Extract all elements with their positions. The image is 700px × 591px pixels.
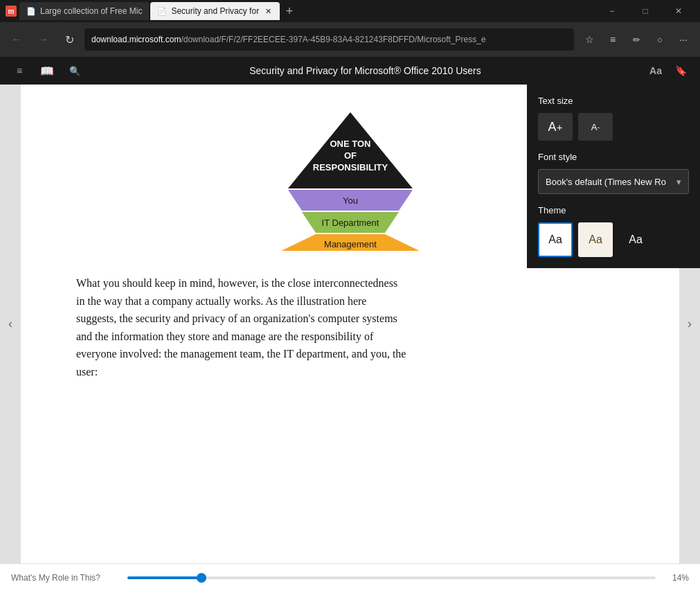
new-tab-button[interactable]: + — [281, 3, 298, 19]
reader-right-controls: Aa 🔖 — [645, 60, 692, 82]
minimize-button[interactable]: − — [596, 0, 628, 22]
bookmark-button[interactable]: 🔖 — [670, 60, 692, 82]
progress-bar[interactable] — [127, 576, 656, 579]
progress-fill — [127, 576, 201, 579]
page-body-text: What you should keep in mind, however, i… — [76, 274, 409, 381]
address-input[interactable]: download.microsoft.com/download/F/F/2/FF… — [84, 28, 574, 51]
favorites-button[interactable]: ☆ — [578, 28, 600, 51]
more-button[interactable]: ··· — [672, 28, 694, 51]
reader-toolbar: ≡ 📖 🔍 Security and Privacy for Microsoft… — [0, 57, 700, 85]
theme-dark-button[interactable]: Aa — [618, 222, 653, 257]
notes-button[interactable]: ✏ — [625, 28, 647, 51]
theme-light-button[interactable]: Aa — [538, 222, 573, 257]
font-style-title: Font style — [538, 152, 689, 162]
svg-text:You: You — [343, 195, 358, 206]
menu-button[interactable]: ≡ — [8, 60, 30, 82]
tab-2-close[interactable]: ✕ — [263, 6, 273, 16]
tab-2[interactable]: 📄 Security and Privacy for ✕ — [150, 2, 280, 20]
prev-page-button[interactable]: ‹ — [0, 85, 21, 563]
theme-title: Theme — [538, 205, 689, 215]
progress-thumb[interactable] — [197, 573, 206, 583]
refresh-button[interactable]: ↻ — [58, 28, 80, 51]
maximize-button[interactable]: □ — [629, 0, 661, 22]
main-area: ‹ ONE TON OF RESPONSIBILITY You IT Depar… — [0, 85, 700, 563]
profile-button[interactable]: ○ — [649, 28, 671, 51]
search-button[interactable]: 🔍 — [64, 60, 86, 82]
theme-buttons: Aa Aa Aa — [538, 222, 689, 257]
address-bar: ← → ↻ download.microsoft.com/download/F/… — [0, 22, 700, 57]
tab-2-label: Security and Privacy for — [171, 6, 259, 16]
back-button[interactable]: ← — [6, 28, 28, 51]
text-size-button[interactable]: Aa — [645, 60, 667, 82]
svg-text:ONE TON: ONE TON — [330, 139, 370, 149]
close-button[interactable]: ✕ — [663, 0, 694, 22]
book-view-button[interactable]: 📖 — [36, 60, 58, 82]
bottom-bar: What's My Role in This? 14% — [0, 563, 700, 591]
font-dropdown[interactable]: Book's default (Times New Ro ▾ — [538, 169, 689, 194]
font-value: Book's default (Times New Ro — [546, 177, 666, 187]
tab-1[interactable]: 📄 Large collection of Free Mic — [19, 2, 149, 20]
svg-text:OF: OF — [343, 150, 356, 161]
increase-text-button[interactable]: A+ — [538, 113, 573, 141]
url-display: download.microsoft.com/download/F/F/2/FF… — [91, 35, 486, 44]
decrease-text-button[interactable]: A- — [578, 113, 613, 141]
hub-button[interactable]: ≡ — [602, 28, 624, 51]
window-controls: − □ ✕ — [596, 0, 694, 22]
svg-text:Management: Management — [324, 239, 377, 249]
reader-title: Security and Privacy for Microsoft® Offi… — [91, 65, 639, 76]
theme-sepia-button[interactable]: Aa — [578, 222, 613, 257]
text-size-buttons: A+ A- — [538, 113, 689, 141]
svg-text:RESPONSIBILITY: RESPONSIBILITY — [312, 162, 388, 173]
tab-1-label: Large collection of Free Mic — [40, 6, 142, 16]
dropdown-chevron: ▾ — [676, 177, 681, 187]
svg-text:IT Department: IT Department — [321, 218, 379, 228]
text-size-panel: Text size A+ A- Font style Book's defaul… — [527, 85, 700, 268]
browser-toolbar: ☆ ≡ ✏ ○ ··· — [578, 28, 694, 51]
title-bar: m 📄 Large collection of Free Mic 📄 Secur… — [0, 0, 700, 22]
tab-list: 📄 Large collection of Free Mic 📄 Securit… — [19, 2, 593, 20]
forward-button[interactable]: → — [32, 28, 54, 51]
chapter-label: What's My Role in This? — [11, 573, 122, 583]
progress-percent: 14% — [661, 573, 689, 583]
browser-icon: m — [6, 6, 17, 17]
pyramid-container: ONE TON OF RESPONSIBILITY You IT Departm… — [246, 105, 454, 258]
text-size-title: Text size — [538, 96, 689, 106]
